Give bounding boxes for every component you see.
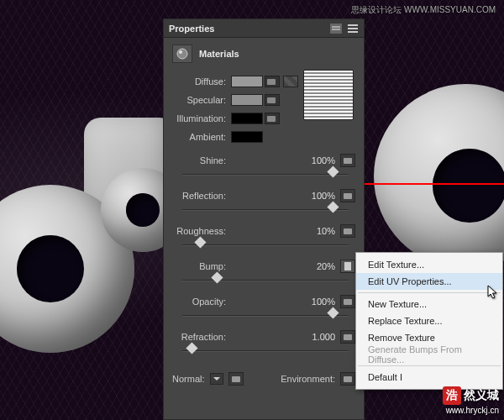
opacity-track[interactable] — [182, 310, 349, 322]
cursor-icon — [487, 285, 499, 302]
slider-thumb[interactable] — [194, 236, 206, 248]
shine-label: Shine: — [172, 155, 231, 165]
reflection-slider: Reflection: 100% — [172, 189, 355, 216]
shine-slider: Shine: 100% — [172, 154, 355, 181]
watermark-top: 思缘设计论坛 WWW.MISSYUAN.COM — [351, 4, 496, 16]
folder-icon[interactable] — [340, 224, 355, 238]
slider-thumb[interactable] — [211, 271, 223, 283]
menu-edit-uv-properties[interactable]: Edit UV Properties... — [356, 273, 502, 290]
panel-header[interactable]: Properties — [164, 19, 364, 38]
reflection-track[interactable] — [182, 204, 349, 216]
folder-icon[interactable] — [340, 372, 355, 386]
slider-thumb[interactable] — [186, 342, 197, 354]
texture-icon[interactable] — [283, 76, 298, 87]
menu-generate-bumps: Generate Bumps From Diffuse... — [356, 346, 502, 363]
bump-track[interactable] — [182, 275, 349, 286]
menu-edit-texture[interactable]: Edit Texture... — [356, 256, 502, 273]
menu-remove-texture[interactable]: Remove Texture — [356, 329, 502, 346]
folder-icon[interactable] — [340, 330, 355, 344]
watermark-bottom: 浩 然义城 www.hryckj.cn — [443, 386, 499, 415]
shine-value[interactable]: 100% — [312, 155, 335, 165]
refraction-label: Refraction: — [172, 332, 231, 342]
ambient-row: Ambient: — [172, 129, 355, 145]
opacity-label: Opacity: — [172, 297, 231, 307]
roughness-track[interactable] — [182, 239, 349, 251]
specular-label: Specular: — [172, 95, 231, 105]
refraction-value[interactable]: 1.000 — [312, 332, 335, 342]
folder-icon[interactable] — [228, 372, 244, 386]
watermark-url: www.hryckj.cn — [446, 406, 499, 415]
refraction-track[interactable] — [182, 345, 349, 357]
opacity-value[interactable]: 100% — [312, 297, 335, 307]
section-title: Materials — [199, 49, 239, 59]
bump-label: Bump: — [172, 261, 231, 271]
folder-icon[interactable] — [340, 154, 355, 167]
slider-thumb[interactable] — [328, 307, 339, 318]
illumination-swatch[interactable] — [231, 113, 263, 124]
folder-icon[interactable] — [340, 295, 355, 308]
material-preview[interactable] — [303, 70, 354, 120]
properties-panel: Properties Materials Diffuse: Specular: … — [163, 18, 365, 420]
reflection-label: Reflection: — [172, 191, 231, 201]
texture-icon[interactable] — [340, 260, 355, 273]
specular-swatch[interactable] — [231, 94, 263, 106]
reflection-value[interactable]: 100% — [312, 191, 335, 201]
svg-point-0 — [177, 49, 187, 59]
refraction-slider: Refraction: 1.000 — [172, 330, 355, 357]
roughness-label: Roughness: — [172, 226, 231, 236]
slider-thumb[interactable] — [328, 165, 339, 177]
svg-point-1 — [179, 50, 182, 54]
watermark-logo: 浩 — [443, 386, 461, 405]
roughness-slider: Roughness: 10% — [172, 224, 355, 251]
panel-title: Properties — [169, 24, 330, 34]
watermark-brand: 然义城 — [464, 388, 499, 402]
folder-icon[interactable] — [265, 94, 280, 106]
panel-menu-icon[interactable] — [347, 24, 359, 34]
bump-slider: Bump: 20% — [172, 260, 355, 286]
menu-default[interactable]: Default I — [356, 369, 502, 386]
panel-tab-icon[interactable] — [330, 24, 342, 34]
menu-replace-texture[interactable]: Replace Texture... — [356, 312, 502, 329]
section-header: Materials — [164, 38, 364, 70]
panel-body: Diffuse: Specular: Illumination: Ambient… — [164, 70, 364, 394]
slider-thumb[interactable] — [328, 201, 339, 213]
environment-label: Environment: — [281, 374, 335, 384]
menu-separator — [358, 292, 501, 293]
normal-dropdown[interactable] — [210, 373, 223, 385]
normal-label: Normal: — [172, 374, 205, 384]
folder-icon[interactable] — [265, 113, 280, 124]
bump-value[interactable]: 20% — [317, 261, 335, 271]
ambient-swatch[interactable] — [231, 131, 263, 143]
opacity-slider: Opacity: 100% — [172, 295, 355, 322]
context-menu: Edit Texture... Edit UV Properties... Ne… — [355, 252, 503, 390]
diffuse-label: Diffuse: — [172, 76, 231, 87]
shine-track[interactable] — [182, 169, 349, 181]
menu-separator — [358, 365, 501, 366]
folder-icon[interactable] — [340, 189, 355, 202]
roughness-value[interactable]: 10% — [317, 226, 335, 236]
folder-icon[interactable] — [265, 76, 280, 87]
diffuse-swatch[interactable] — [231, 76, 263, 87]
ambient-label: Ambient: — [172, 132, 231, 142]
materials-icon — [172, 45, 192, 63]
illumination-label: Illumination: — [172, 113, 231, 123]
menu-new-texture[interactable]: New Texture... — [356, 296, 502, 312]
bottom-row: Normal: Environment: — [172, 372, 355, 386]
